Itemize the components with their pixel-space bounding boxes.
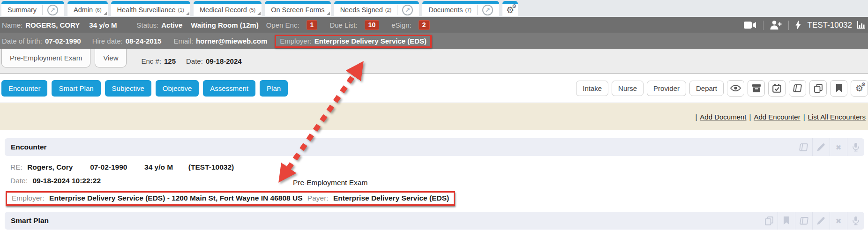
- video-camera-icon[interactable]: [744, 21, 756, 29]
- name-label: Name:: [2, 21, 22, 29]
- re-dob: 07-02-1990: [90, 163, 127, 171]
- add-encounter-link[interactable]: Add Encounter: [754, 113, 800, 121]
- stage-button-intake[interactable]: Intake: [576, 81, 608, 96]
- patient-status: Active: [161, 21, 182, 29]
- tab-label: Medical Record: [200, 6, 247, 14]
- tab-summary[interactable]: Summary ↗: [1, 1, 64, 16]
- re-age-sex: 34 y/o M: [144, 163, 173, 171]
- tab-divider: [477, 5, 478, 15]
- tab-count: (6): [95, 7, 101, 13]
- tab-label: Summary: [7, 6, 37, 14]
- book-icon[interactable]: [795, 138, 812, 156]
- edit-pencil-icon[interactable]: [812, 212, 830, 230]
- status-label: Status:: [137, 21, 159, 29]
- tab-documents[interactable]: Documents (7) ↗: [422, 1, 499, 16]
- lightning-bolt-icon[interactable]: [795, 20, 801, 30]
- open-enc-label: Open Enc:: [266, 21, 299, 29]
- exam-type-button[interactable]: Pre-Employment Exam: [1, 49, 90, 67]
- encounter-employer-label: Employer:: [12, 194, 45, 202]
- tab-settings-button[interactable]: ⚙⚙: [502, 1, 518, 16]
- encounter-links-strip: | Add Document | Add Encounter | List Al…: [0, 103, 868, 130]
- view-visibility-button[interactable]: [727, 80, 744, 97]
- microphone-icon[interactable]: [847, 212, 864, 230]
- enc-date-value: 09-18-2024: [206, 57, 242, 65]
- section-button-subjective[interactable]: Subjective: [105, 80, 151, 97]
- bookmark-icon[interactable]: [778, 212, 795, 230]
- microphone-icon[interactable]: [847, 138, 864, 156]
- encounter-settings-button[interactable]: ⚙⚙: [851, 80, 868, 97]
- re-patient-name: Rogers, Cory: [27, 163, 73, 171]
- dob-value: 07-02-1990: [45, 37, 81, 45]
- encounter-date-label: Date:: [10, 177, 28, 185]
- encounter-date-line: Date: 09-18-2024 10:22:22 Pre-Employment…: [10, 177, 864, 185]
- copy-button[interactable]: [809, 80, 827, 97]
- settings-gear-icon: ⚙⚙: [855, 84, 863, 93]
- section-button-plan[interactable]: Plan: [260, 80, 288, 97]
- tab-label: Admin: [74, 6, 93, 14]
- section-button-smart-plan[interactable]: Smart Plan: [52, 80, 100, 97]
- stage-button-depart[interactable]: Depart: [689, 81, 724, 96]
- edit-pencil-icon[interactable]: [812, 138, 830, 156]
- copy-pages-icon[interactable]: [760, 212, 778, 230]
- re-chart-id: (TEST-10032): [188, 163, 234, 171]
- archive-box-icon: [752, 84, 761, 92]
- tab-on-screen-forms[interactable]: On Screen Forms: [265, 1, 330, 16]
- encounter-employer-value: Enterprise Delivery Service (EDS) - 1200…: [49, 194, 302, 202]
- patient-name: ROGERS, CORY: [25, 21, 80, 29]
- pipe-separator: |: [803, 113, 805, 121]
- esign-label: eSign:: [391, 21, 412, 29]
- employer-highlight-annotation: Employer: Enterprise Delivery Service (E…: [275, 35, 432, 48]
- schedule-button[interactable]: [768, 80, 786, 97]
- stage-button-nurse[interactable]: Nurse: [612, 81, 644, 96]
- encounter-panel-title: Encounter: [11, 143, 47, 151]
- section-button-encounter[interactable]: Encounter: [1, 80, 47, 97]
- add-document-link[interactable]: Add Document: [700, 113, 746, 121]
- section-button-objective[interactable]: Objective: [156, 80, 199, 97]
- close-icon[interactable]: ✖: [830, 138, 847, 156]
- stage-button-group: Intake Nurse Provider Depart: [576, 80, 868, 97]
- open-new-window-icon[interactable]: ↗: [47, 5, 58, 15]
- archive-button[interactable]: [748, 80, 765, 97]
- demographics-bar: Date of birth: 07-02-1990 Hire date: 08-…: [0, 33, 868, 49]
- tab-medical-record[interactable]: Medical Record (5): [194, 1, 262, 16]
- esign-badge[interactable]: 2: [419, 20, 430, 30]
- open-new-window-icon[interactable]: ↗: [482, 5, 493, 15]
- tab-label: Health Surveillance: [117, 6, 176, 14]
- section-button-assessment[interactable]: Assessment: [203, 80, 255, 97]
- patient-age-sex: 34 y/o M: [89, 21, 117, 29]
- tab-needs-signed[interactable]: Needs Signed (2) ↗: [334, 1, 419, 16]
- bookmark-button[interactable]: [830, 80, 847, 97]
- close-icon[interactable]: ✖: [830, 212, 847, 230]
- enc-date-label: Date:: [186, 57, 203, 65]
- tab-admin[interactable]: Admin (6): [67, 1, 108, 16]
- tab-count: (5): [249, 7, 255, 13]
- view-button[interactable]: View: [95, 49, 127, 67]
- email-value: horner@mieweb.com: [196, 37, 267, 45]
- add-person-icon[interactable]: [770, 21, 782, 30]
- due-list-badge[interactable]: 10: [365, 20, 380, 30]
- encounter-payer-value: Enterprise Delivery Service (EDS): [333, 194, 449, 202]
- tab-health-surveillance[interactable]: Health Surveillance (1): [111, 1, 190, 16]
- book-icon[interactable]: [795, 212, 812, 230]
- smart-plan-panel: Smart Plan ✖: [5, 212, 864, 230]
- due-list-label: Due List:: [329, 21, 357, 29]
- chart-book-button[interactable]: [789, 80, 806, 97]
- settings-gear-icon: ⚙⚙: [506, 6, 514, 15]
- patient-location: Waiting Room (12m): [191, 21, 258, 29]
- open-new-window-icon[interactable]: ↗: [402, 5, 413, 15]
- divider: [763, 21, 763, 30]
- tab-count: (7): [465, 7, 471, 13]
- book-icon: [793, 84, 802, 92]
- chart-tab-bar: Summary ↗ Admin (6) Health Surveillance …: [0, 0, 868, 17]
- stage-button-provider[interactable]: Provider: [647, 81, 686, 96]
- email-label: Email:: [173, 37, 193, 45]
- smart-plan-panel-header: Smart Plan ✖: [5, 212, 864, 230]
- smart-plan-panel-icons: ✖: [760, 212, 864, 230]
- list-all-encounters-link[interactable]: List All Encounters: [808, 113, 866, 121]
- chart-graph-icon[interactable]: [857, 21, 865, 30]
- encounter-toolbar: Pre-Employment Exam View Enc #: 125 Date…: [0, 49, 868, 74]
- eye-icon: [730, 85, 741, 91]
- re-label: RE:: [10, 163, 22, 171]
- open-enc-badge[interactable]: 1: [307, 20, 318, 30]
- tab-label: Needs Signed: [340, 6, 383, 14]
